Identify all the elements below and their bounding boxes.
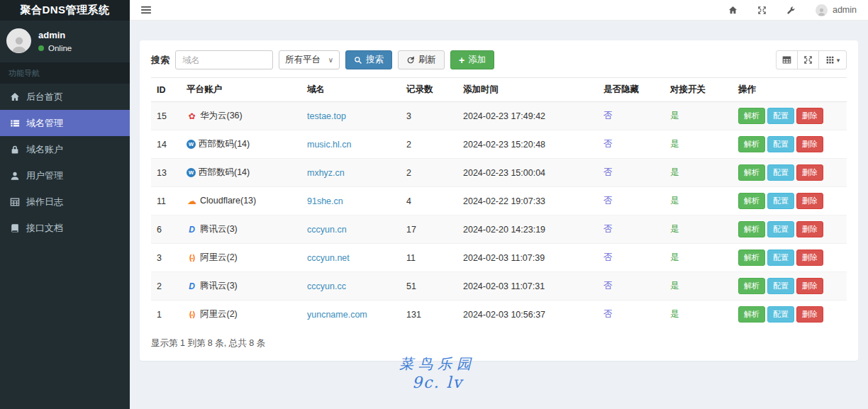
sidebar-toggle-button[interactable] <box>141 6 151 14</box>
columns-button[interactable]: ▾ <box>818 50 847 69</box>
pagination-summary: 显示第 1 到第 8 条, 总共 8 条 <box>151 337 847 349</box>
config-button[interactable]: 配置 <box>767 193 794 209</box>
config-button[interactable]: 配置 <box>767 108 794 124</box>
platform-label: 腾讯云(3) <box>200 281 238 291</box>
user-menu[interactable]: admin <box>816 4 857 16</box>
domain-link[interactable]: cccyun.cc <box>307 281 346 291</box>
cell-switch: 是 <box>664 130 733 159</box>
domain-link[interactable]: 91she.cn <box>307 196 343 206</box>
settings-button[interactable] <box>786 6 796 15</box>
domain-link[interactable]: music.hl.cn <box>307 140 352 150</box>
sidebar-item-apidoc[interactable]: 接口文档 <box>0 215 130 241</box>
resolve-button[interactable]: 解析 <box>738 136 765 152</box>
huawei-icon: ✿ <box>187 111 197 121</box>
hidden-toggle[interactable]: 否 <box>603 281 613 291</box>
config-button[interactable]: 配置 <box>767 250 794 266</box>
home-button[interactable] <box>728 6 738 15</box>
lock-icon <box>10 145 20 155</box>
add-button[interactable]: + 添加 <box>450 50 494 69</box>
config-button[interactable]: 配置 <box>767 136 794 152</box>
sidebar-nav: 后台首页域名管理域名账户用户管理操作日志接口文档 <box>0 84 130 241</box>
table-row: 1(-)阿里云(2)yuncname.com1312024-02-03 10:5… <box>151 301 847 329</box>
search-input[interactable] <box>175 50 273 69</box>
cell-actions: 解析配置删除 <box>733 130 847 159</box>
wrench-icon <box>786 6 796 15</box>
cell-id: 14 <box>151 130 181 159</box>
expand-arrows-icon <box>803 55 813 65</box>
delete-button[interactable]: 删除 <box>796 306 823 323</box>
sidebar-user-panel: admin Online <box>0 21 130 62</box>
delete-button[interactable]: 删除 <box>796 136 823 152</box>
cell-id: 1 <box>151 301 181 329</box>
config-button[interactable]: 配置 <box>767 306 794 323</box>
switch-toggle[interactable]: 是 <box>670 309 679 319</box>
cell-hidden: 否 <box>598 215 664 244</box>
resolve-button[interactable]: 解析 <box>738 306 765 323</box>
switch-toggle[interactable]: 是 <box>670 196 679 206</box>
config-button[interactable]: 配置 <box>767 164 794 181</box>
sidebar-item-domains[interactable]: 域名管理 <box>0 110 130 136</box>
fullscreen-button[interactable] <box>757 6 767 15</box>
sidebar-item-accounts[interactable]: 域名账户 <box>0 136 130 162</box>
user-status[interactable]: Online <box>38 44 72 52</box>
brand[interactable]: 聚合DNS管理系统 <box>0 0 130 21</box>
cell-domain: 91she.cn <box>301 187 401 215</box>
cell-actions: 解析配置删除 <box>733 102 847 130</box>
resolve-button[interactable]: 解析 <box>738 164 765 181</box>
domain-link[interactable]: yuncname.com <box>307 310 367 320</box>
hidden-toggle[interactable]: 否 <box>603 252 613 262</box>
hidden-toggle[interactable]: 否 <box>603 224 613 234</box>
switch-toggle[interactable]: 是 <box>670 139 679 149</box>
resolve-button[interactable]: 解析 <box>738 193 765 209</box>
platform-label: 阿里云(2) <box>200 309 238 319</box>
table-row: 15✿华为云(36)testae.top32024-02-23 17:49:42… <box>151 102 847 130</box>
switch-toggle[interactable]: 是 <box>670 252 679 262</box>
resolve-button[interactable]: 解析 <box>738 250 765 266</box>
hidden-toggle[interactable]: 否 <box>603 139 613 149</box>
delete-button[interactable]: 删除 <box>796 193 823 209</box>
app-root: 聚合DNS管理系统 admin Online 功能导航 后台首页域名管理域名账户… <box>0 0 868 409</box>
toggle-pagination-button[interactable] <box>776 50 798 69</box>
column-header: ID <box>151 78 181 102</box>
switch-toggle[interactable]: 是 <box>670 111 679 121</box>
sidebar: 聚合DNS管理系统 admin Online 功能导航 后台首页域名管理域名账户… <box>0 0 130 409</box>
config-button[interactable]: 配置 <box>767 221 794 237</box>
domain-link[interactable]: testae.top <box>307 111 346 121</box>
domain-link[interactable]: cccyun.net <box>307 253 350 263</box>
table-fullscreen-button[interactable] <box>797 50 819 69</box>
cell-records: 11 <box>401 244 457 272</box>
column-header: 记录数 <box>401 78 457 102</box>
resolve-button[interactable]: 解析 <box>738 108 765 124</box>
delete-button[interactable]: 删除 <box>796 221 823 237</box>
switch-toggle[interactable]: 是 <box>670 167 679 177</box>
delete-button[interactable]: 删除 <box>796 278 823 294</box>
domain-link[interactable]: mxhyz.cn <box>307 168 345 178</box>
refresh-button[interactable]: 刷新 <box>398 50 445 69</box>
person-icon <box>817 7 826 16</box>
search-button[interactable]: 搜索 <box>345 50 392 69</box>
search-button-label: 搜索 <box>366 54 384 66</box>
switch-toggle[interactable]: 是 <box>670 281 679 291</box>
delete-button[interactable]: 删除 <box>796 164 823 181</box>
resolve-button[interactable]: 解析 <box>738 278 765 294</box>
switch-toggle[interactable]: 是 <box>670 224 679 234</box>
hidden-toggle[interactable]: 否 <box>603 309 613 319</box>
hidden-toggle[interactable]: 否 <box>603 111 613 121</box>
cell-hidden: 否 <box>598 301 664 329</box>
delete-button[interactable]: 删除 <box>796 250 823 266</box>
delete-button[interactable]: 删除 <box>796 108 823 124</box>
refresh-icon <box>406 56 415 65</box>
grid-icon <box>825 55 835 65</box>
sidebar-item-users[interactable]: 用户管理 <box>0 162 130 189</box>
config-button[interactable]: 配置 <box>767 278 794 294</box>
resolve-button[interactable]: 解析 <box>738 221 765 237</box>
hidden-toggle[interactable]: 否 <box>603 167 613 177</box>
sidebar-item-logs[interactable]: 操作日志 <box>0 189 130 215</box>
cell-created: 2024-02-23 17:49:42 <box>457 102 598 130</box>
cell-actions: 解析配置删除 <box>733 187 847 215</box>
platform-select[interactable]: 所有平台 ∨ <box>279 50 340 69</box>
sidebar-item-home[interactable]: 后台首页 <box>0 84 130 110</box>
book-icon <box>10 223 20 233</box>
hidden-toggle[interactable]: 否 <box>603 196 613 206</box>
domain-link[interactable]: cccyun.cn <box>307 225 347 235</box>
